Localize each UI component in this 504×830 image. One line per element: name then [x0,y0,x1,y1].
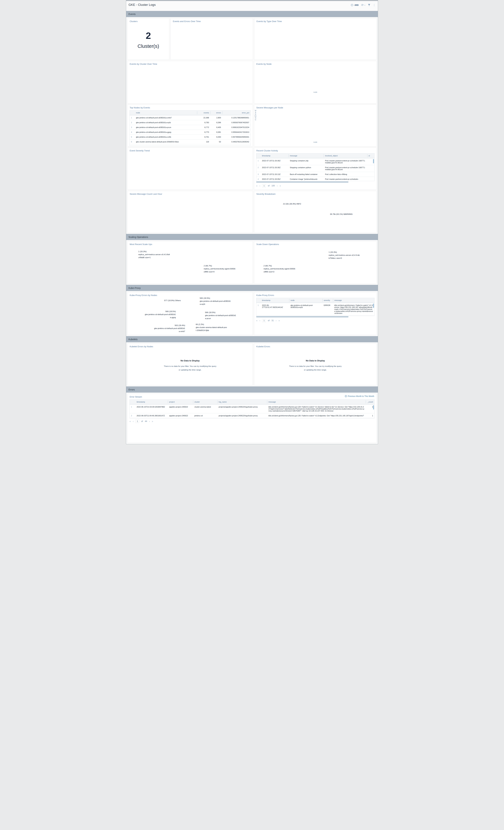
cell-node: gke-cluster-anema-latest-default-pool-20… [135,144,197,146]
pagination: « ‹ 1 of 44 › » [127,418,377,424]
donut-label-pcun: 566 (18.5%) gke-jenkins-cd-default-pool-… [205,311,247,320]
time-range-value: -30D [354,4,358,6]
donut-label-ggzg: 566 (18.5%) gke-jenkins-cd-default-pool-… [135,310,176,319]
donut-label-smb7: 563 (18.4%) gke-jenkins-cd-default-pool-… [145,324,185,333]
current-page[interactable]: 1 [135,419,139,423]
current-page[interactable]: 1 [262,184,266,187]
table-row[interactable]: 2 2022-06-03T11:04:49.390166147Z appdev-… [130,413,374,418]
table-row[interactable]: 1 2022-06-27T10:51:47.992914414Z gke-jen… [256,303,374,316]
horizontal-scrollbar[interactable] [256,316,375,318]
chevron-down-icon: ∨ [364,4,366,6]
table-row[interactable]: 6gke-cluster-anema-latest-default-pool-2… [130,139,251,144]
last-page-button[interactable]: » [279,319,280,322]
panel-severity-breakdown: Severity Breakdown 21.52k (36.9%) INFO 3… [254,191,377,233]
col-node[interactable]: node [289,298,322,302]
panel-severe-count: Severe Message Count Last Hour [127,191,253,233]
col-error-pct[interactable]: error_pct [222,110,251,115]
table-row[interactable]: 3gke-jenkins-cd-default-pool-a9382d1a-pc… [130,125,251,130]
kp-errors-table: timestamp node severity message 1 2022-0… [256,298,375,316]
first-page-button[interactable]: « [256,185,257,187]
pagination: « ‹ 1 of 31 › » [254,318,377,324]
panel-title: Events and Errors Over Time [171,19,253,23]
table-row[interactable]: 2gke-jenkins-cd-default-pool-a9382d1a-wy… [130,120,251,125]
table-row[interactable]: 32022-07-15T11:33:13ZBack-off restarting… [256,172,374,177]
table-row[interactable]: 7gke-cluster-anema-latest-default-pool-2… [130,144,251,146]
events-errors-chart[interactable] [171,23,253,48]
kube-proxy-content: Kube-Proxy Errors by Nodes 565 (18.5%) g… [126,292,378,335]
table-header: node events errors error_pct [130,110,251,115]
prev-page-button[interactable]: ‹ [259,319,260,322]
clusters-count: 2 [146,30,151,41]
table-row[interactable]: 22022-07-15T11:33:30ZStopping container … [256,165,374,172]
time-range-control[interactable]: -30D [351,4,358,6]
events-row-5: Severe Message Count Last Hour Severity … [127,191,377,233]
severe-count-chart[interactable] [127,196,253,225]
header-controls: -30D ⟳ ∨ ⋮ [351,3,376,7]
col-cluster[interactable]: cl [367,153,374,158]
next-page-button[interactable]: › [149,420,150,423]
events-row-2: Events by Cluster Over Time Events by No… [127,61,377,103]
horizontal-scrollbar[interactable] [256,182,375,183]
vertical-scrollbar[interactable] [373,304,374,308]
events-by-node-chart[interactable] [254,66,377,75]
severity-breakdown-donut: 21.52k (36.9%) INFO 36.76k (63.1%) WARNI… [254,196,377,230]
col-node[interactable]: node [135,110,197,115]
table-row[interactable]: 5gke-jenkins-cd-default-pool-a9382d1a-zv… [130,135,251,139]
filter-control[interactable] [368,4,370,6]
last-page-button[interactable]: » [280,185,281,187]
panel-events-errors-over-time: Events and Errors Over Time [170,18,253,60]
last-page-button[interactable]: » [152,420,153,423]
col-events[interactable]: events [197,110,210,115]
x-axis-title: node [254,91,377,93]
col-timestamp[interactable]: timestamp [135,400,168,404]
events-content: Clusters 2 Cluster(s) Events and Errors … [126,18,378,233]
severe-per-node-chart[interactable] [257,109,377,127]
section-events: Events [126,11,378,17]
col-cluster[interactable]: cluster [193,400,217,404]
col-message[interactable]: message [288,153,324,158]
vertical-scrollbar[interactable] [373,159,374,163]
first-page-button[interactable]: « [129,420,131,423]
table-row[interactable]: 42022-07-15T11:33:05ZContainer image "je… [256,177,374,181]
recent-activity-table: timestamp message involved_object cl 120… [256,153,375,181]
clock-icon [351,4,353,6]
col-timestamp[interactable]: timestamp [261,153,288,158]
col-timestamp[interactable]: timestamp [261,298,289,302]
next-page-button[interactable]: › [277,185,278,187]
table-row[interactable]: 4gke-jenkins-cd-default-pool-a9382d1a-gg… [130,130,251,135]
table-row[interactable]: 1 2022-06-15T21:03:39.526384788Z appdev-… [130,405,374,413]
table-row[interactable]: 1gke-jenkins-cd-default-pool-a9382d1a-sm… [130,115,251,120]
cell-node: gke-jenkins-cd-default-pool-a9382d1a-ggz… [135,130,197,134]
next-page-button[interactable]: › [276,319,277,322]
events-by-cluster-chart[interactable] [127,66,253,96]
filter-icon [368,4,370,6]
first-page-button[interactable]: « [256,319,257,322]
events-by-type-chart[interactable] [254,23,377,48]
col-errors[interactable]: errors [210,110,222,115]
prev-page-button[interactable]: ‹ [259,185,260,187]
panel-title: Clusters [127,19,169,23]
col-message[interactable]: message [267,400,366,404]
errors-content: Error Stream Previous Month to This Mont… [126,394,378,443]
x-axis-labels [254,75,377,91]
col-severity[interactable]: severity [322,298,333,302]
severity-trend-chart[interactable] [127,152,253,182]
more-menu[interactable]: ⋮ [373,3,376,7]
chart-legend [127,225,253,227]
col-log-name[interactable]: log_name [217,400,267,404]
vertical-scrollbar[interactable] [373,405,374,410]
panel-title: Events by Cluster Over Time [127,61,253,66]
kubelets-content: Kubelet Errors by Nodes No Data to Displ… [126,344,378,385]
error-stream-table: timestamp project cluster log_name messa… [129,400,375,418]
chart-legend [254,48,377,50]
prev-page-button[interactable]: ‹ [133,420,134,423]
section-scaling: Scaling Operations [126,234,378,240]
current-page[interactable]: 1 [262,319,266,322]
col-involved-object[interactable]: involved_object [324,153,367,158]
time-compare-link[interactable]: Previous Month to This Month [345,395,374,397]
col-project[interactable]: project [168,400,193,404]
refresh-control[interactable]: ⟳ ∨ [361,3,366,7]
table-row[interactable]: 12022-07-15T11:33:30ZStopping container … [256,158,374,165]
col-count[interactable]: _count [366,400,374,404]
col-message[interactable]: message [333,298,374,302]
